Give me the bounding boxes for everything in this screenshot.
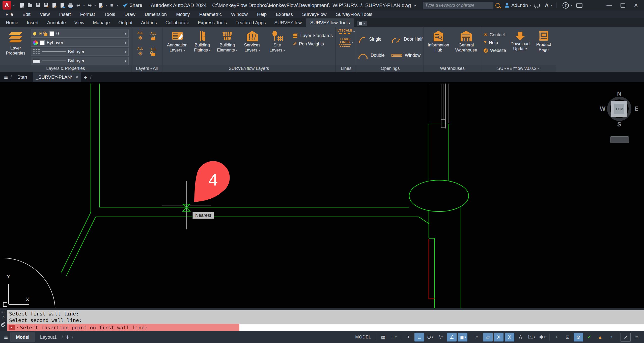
autocad-logo[interactable]: A — [3, 1, 11, 10]
panel-title[interactable]: Layers - All — [131, 65, 162, 72]
lineweight-icon[interactable]: ≡ — [472, 333, 482, 341]
autodesk-app-caret-icon[interactable]: ▾ — [551, 4, 552, 7]
qat-customize-icon-caret[interactable]: ▾ — [117, 4, 118, 7]
batch-plot-icon[interactable] — [97, 2, 104, 9]
share-button[interactable]: Share — [123, 3, 142, 8]
panel-title[interactable]: SURVEYflow Layers — [162, 65, 335, 72]
redo-icon[interactable]: ↪ — [86, 2, 93, 9]
help-button[interactable]: ?Help — [484, 40, 506, 46]
username[interactable]: AdLndn — [511, 3, 528, 8]
viewcube-west[interactable]: W — [600, 105, 606, 112]
load-lines-button[interactable]: LOADLINES ▾ — [339, 38, 353, 47]
menu-modify[interactable]: Modify — [176, 12, 190, 17]
menu-help[interactable]: Help — [257, 12, 267, 17]
search-input[interactable] — [423, 2, 493, 9]
menu-dimension[interactable]: Dimension — [145, 12, 167, 17]
panel-title[interactable]: Layers & Properties — [0, 65, 131, 72]
command-tools-icon[interactable] — [2, 322, 6, 325]
new-layout-button[interactable]: + — [66, 333, 69, 341]
viewcube-east[interactable]: E — [634, 105, 638, 112]
user-menu-caret-icon[interactable]: ▾ — [530, 4, 531, 7]
isometric-drafting-icon[interactable]: \▾ — [436, 333, 446, 341]
new-drawing-icon[interactable] — [19, 2, 25, 9]
polar-tracking-icon[interactable]: ⊙▾ — [425, 333, 435, 341]
chevron-down-icon[interactable]: ▾ — [125, 59, 126, 63]
menu-window[interactable]: Window — [231, 12, 248, 17]
open-drawing-icon[interactable] — [27, 2, 33, 9]
layer-standards-button[interactable]: Layer Standards — [293, 33, 333, 38]
save-icon[interactable] — [35, 2, 41, 9]
command-prompt-icon[interactable]: >_ — [9, 325, 15, 330]
menu-edit[interactable]: Edit — [22, 12, 31, 17]
window-button[interactable]: Window — [391, 48, 423, 63]
drawing-canvas[interactable]: 4 Nearest N W E S TOP WCS ▾ Y X — [0, 82, 644, 310]
grid-display-icon[interactable]: ▦ — [378, 333, 388, 341]
building-elements-button[interactable]: BuildingElements ▾ — [215, 30, 239, 53]
chevron-down-icon[interactable]: ▾ — [125, 50, 126, 54]
freeze-all-layers-button[interactable]: ALL ❄ — [134, 29, 147, 44]
search-icon[interactable] — [495, 3, 500, 8]
tab-start[interactable]: Start — [14, 72, 30, 82]
menu-parametric[interactable]: Parametric — [199, 12, 222, 17]
dynamic-ucs-icon[interactable]: Λ — [516, 333, 525, 341]
user-avatar-icon[interactable] — [505, 3, 509, 8]
undo-icon-caret[interactable]: ▾ — [83, 4, 85, 7]
command-close-icon[interactable]: × — [2, 315, 5, 319]
website-button[interactable]: dWebsite — [484, 48, 506, 53]
feedback-icon[interactable] — [576, 3, 582, 8]
app-menu-caret-icon[interactable]: ▾ — [13, 4, 15, 7]
double-door-button[interactable]: Double — [358, 48, 384, 63]
store-cart-icon[interactable] — [534, 4, 540, 7]
panel-title[interactable]: SURVEYflow v0.0.2▾ — [481, 65, 556, 72]
ribbon-tab-insert[interactable]: Insert — [22, 18, 43, 27]
save-as-icon[interactable] — [43, 2, 49, 9]
drawing-units-check-icon[interactable]: ✔ — [584, 333, 594, 341]
clean-screen-icon[interactable]: ↗ — [621, 333, 631, 342]
ribbon-tab-view[interactable]: View — [70, 18, 89, 27]
ribbon-tab-add-ins[interactable]: Add-ins — [137, 18, 161, 27]
download-update-button[interactable]: DownloadUpdate — [509, 30, 531, 51]
unlock-all-layers-button[interactable]: ALL — [147, 44, 160, 60]
ribbon-tab-express-tools[interactable]: Express Tools — [193, 18, 231, 27]
ribbon-tab-manage[interactable]: Manage — [89, 18, 114, 27]
drawing-history-icon[interactable]: ◔ — [606, 333, 616, 341]
product-page-button[interactable]: ProductPage — [534, 30, 553, 52]
annotation-scale-label[interactable]: 1:1▾ — [526, 333, 536, 341]
menu-express[interactable]: Express — [276, 12, 293, 17]
layout-tabs-menu-icon[interactable]: ≡ — [4, 334, 8, 340]
ribbon-tab-surveyflow[interactable]: SURVEYflow — [270, 18, 306, 27]
object-snap-tracking-icon[interactable]: ∠ — [447, 333, 457, 341]
redo-icon-caret[interactable]: ▾ — [94, 4, 96, 7]
3d-object-snap-icon[interactable]: X — [505, 333, 514, 341]
services-layers-button[interactable]: ServicesLayers ▾ — [240, 30, 264, 53]
help-caret-icon[interactable]: ▾ — [571, 4, 572, 7]
close-button[interactable]: × — [634, 3, 638, 8]
object-snap-icon[interactable]: ▣▾ — [458, 333, 467, 341]
viewcube-north[interactable]: N — [617, 90, 621, 97]
building-fittings-button[interactable]: BuildingFittings ▾ — [190, 30, 214, 53]
menu-surveyflow[interactable]: SurveyFlow — [302, 12, 327, 17]
command-history[interactable]: Select first wall line: Select second wa… — [7, 310, 644, 324]
layout1-tab[interactable]: Layout1 — [38, 332, 59, 342]
viewcube[interactable]: N W E S TOP WCS ▾ — [600, 90, 639, 144]
command-options-caret-icon[interactable]: ▾ — [17, 326, 18, 329]
information-hub-button[interactable]: InformationHub — [426, 30, 451, 53]
command-input-row[interactable]: >_ ▾ Select insertion point on first wal… — [7, 324, 644, 331]
transparency-icon[interactable]: ▱ — [483, 333, 493, 341]
single-door-button[interactable]: Single — [358, 32, 384, 47]
menu-format[interactable]: Format — [80, 12, 95, 17]
menu-surveyflow-tools[interactable]: SurveyFlow Tools — [336, 12, 372, 17]
ribbon-tab-annotate[interactable]: Annotate — [43, 18, 70, 27]
help-icon[interactable]: ? — [563, 2, 569, 9]
save-to-web-icon[interactable] — [59, 2, 66, 9]
qat-customize-icon[interactable]: ≡ — [108, 2, 115, 9]
annotation-layers-button[interactable]: AnnotationLayers ▾ — [165, 30, 189, 53]
selection-cycling-icon[interactable]: X — [494, 333, 503, 341]
chevron-down-icon[interactable]: ▾ — [125, 41, 126, 45]
file-tabs-menu-icon[interactable]: ≡ — [4, 74, 8, 80]
annotation-monitor-icon[interactable]: ▲ — [595, 333, 605, 341]
door-half-button[interactable]: Door Half — [391, 32, 423, 47]
viewcube-south[interactable]: S — [617, 121, 621, 128]
linetype-select[interactable]: ByLayer ▾ — [31, 48, 129, 56]
snap-mode-icon[interactable]: ∷▾ — [389, 333, 399, 341]
